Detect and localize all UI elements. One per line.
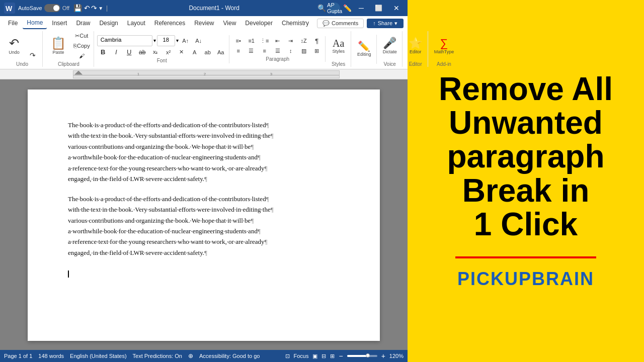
user-name[interactable]: AP Gupta xyxy=(329,3,340,14)
align-right-button[interactable]: ≡ xyxy=(259,46,271,55)
font-name-arrow[interactable]: ▾ xyxy=(153,38,156,43)
text-predictions[interactable]: Text Predictions: On xyxy=(133,353,182,359)
ribbon-icon[interactable]: ✏️ xyxy=(343,4,352,12)
font-size-input[interactable]: 18 xyxy=(157,35,175,46)
menu-layout[interactable]: Layout xyxy=(123,18,149,29)
editor-button[interactable]: ⭐ Editor xyxy=(406,31,426,60)
font-color-button[interactable]: A xyxy=(189,48,201,57)
menu-references[interactable]: References xyxy=(150,18,189,29)
save-icon[interactable]: 💾 xyxy=(73,4,82,12)
share-button[interactable]: ↑ Share ▾ xyxy=(367,19,404,28)
minimize-button[interactable]: ─ xyxy=(355,3,368,13)
autosave-label: AutoSave xyxy=(18,5,42,11)
undo-icon[interactable]: ↶ xyxy=(84,4,90,12)
font-name-input[interactable]: Cambria xyxy=(97,35,152,46)
editing-icon: ✏️ xyxy=(358,41,370,51)
bold-button[interactable]: B xyxy=(97,48,109,57)
promo-line3: paragraph xyxy=(447,138,605,174)
line-spacing-button[interactable]: ↕ xyxy=(285,46,297,55)
focus-label[interactable]: Focus xyxy=(294,353,309,359)
dictate-group: 🎤 Dictate Voice xyxy=(378,31,403,67)
show-formatting-button[interactable]: ¶ xyxy=(311,36,323,45)
styles-button[interactable]: Aa Styles xyxy=(329,31,349,60)
accessibility-label[interactable]: Accessibility: Good to go xyxy=(199,353,260,359)
menu-file[interactable]: File xyxy=(4,18,22,29)
editing-button[interactable]: ✏️ Editing xyxy=(354,35,374,64)
paste-button[interactable]: 📋 Paste xyxy=(46,31,71,60)
align-left-button[interactable]: ≡ xyxy=(232,46,245,55)
change-case-button[interactable]: Aa xyxy=(215,48,227,57)
word-logo-icon: W xyxy=(4,3,15,14)
paragraph-1[interactable]: The·book·is·a·product·of·the·efforts·and… xyxy=(68,120,340,185)
dictate-button[interactable]: 🎤 Dictate xyxy=(380,31,400,60)
numbering-button[interactable]: ≡1 xyxy=(246,36,258,45)
strikethrough-button[interactable]: ab xyxy=(136,48,148,57)
menu-chemistry[interactable]: Chemistry xyxy=(278,18,313,29)
menu-developer[interactable]: Developer xyxy=(241,18,277,29)
menu-home[interactable]: Home xyxy=(23,17,47,29)
view-read-icon[interactable]: ⊞ xyxy=(330,353,335,359)
mathtype-group: ∑ MathType Add-in xyxy=(429,31,459,67)
cut-button[interactable]: ✂ Cut xyxy=(72,31,92,40)
font-group-label: Font xyxy=(157,58,167,63)
share-icon: ↑ xyxy=(373,20,376,26)
mathtype-button[interactable]: ∑ MathType xyxy=(431,31,457,60)
subscript-button[interactable]: x₂ xyxy=(149,48,162,57)
increase-font-button[interactable]: A↑ xyxy=(180,36,192,45)
styles-group: Aa Styles Styles xyxy=(327,31,351,67)
border-button[interactable]: ⊞ xyxy=(311,46,323,55)
paragraph-2[interactable]: The·book·is·a·product·of·the·efforts·and… xyxy=(68,194,340,269)
page-info[interactable]: Page 1 of 1 xyxy=(4,353,32,359)
menu-draw[interactable]: Draw xyxy=(72,18,94,29)
shading-button[interactable]: ▨ xyxy=(298,46,310,55)
editor-group: ⭐ Editor Editor xyxy=(404,31,428,67)
superscript-button[interactable]: x² xyxy=(163,48,175,57)
styles-group-label: Styles xyxy=(332,61,345,67)
language[interactable]: English (United States) xyxy=(70,353,127,359)
close-button[interactable]: ✕ xyxy=(389,3,404,13)
search-icon[interactable]: 🔍 xyxy=(317,4,326,12)
zoom-slider[interactable] xyxy=(347,355,377,357)
undo-button[interactable]: ↶ Undo xyxy=(4,31,24,60)
ribbon-toolbar: ↶ Undo ↷ Undo 📋 Paste xyxy=(0,30,408,69)
increase-indent-button[interactable]: ⇥ xyxy=(285,36,297,45)
word-panel: W AutoSave Off 💾 ↶ ↷ ▼ | Document1 - Wor… xyxy=(0,0,408,362)
multilevel-button[interactable]: ⋮≡ xyxy=(259,36,271,45)
autosave-toggle[interactable] xyxy=(44,4,60,12)
font-size-arrow[interactable]: ▾ xyxy=(176,38,179,43)
view-normal-icon[interactable]: ▣ xyxy=(312,353,317,359)
zoom-out-icon[interactable]: − xyxy=(339,352,343,360)
restore-button[interactable]: ⬜ xyxy=(371,4,386,13)
menu-design[interactable]: Design xyxy=(95,18,122,29)
underline-button[interactable]: U xyxy=(123,48,135,57)
highlight-button[interactable]: ab xyxy=(202,48,214,57)
bullets-button[interactable]: ≡• xyxy=(232,36,245,45)
redo-button[interactable]: ↷ xyxy=(25,50,40,60)
italic-button[interactable]: I xyxy=(110,48,122,57)
zoom-level[interactable]: 120% xyxy=(389,353,404,359)
view-web-icon[interactable]: ⊟ xyxy=(321,353,326,359)
word-count[interactable]: 148 words xyxy=(38,353,64,359)
undo-ribbon-icon: ↶ xyxy=(9,37,19,49)
zoom-in-icon[interactable]: + xyxy=(381,352,385,360)
repeat-icon[interactable]: ↷ xyxy=(91,4,97,12)
font-group: Cambria ▾ 18 ▾ A↑ A↓ B I U ab x₂ x² xyxy=(95,35,229,63)
justify-button[interactable]: ☰ xyxy=(272,46,284,55)
sort-button[interactable]: ↕Z xyxy=(298,36,310,45)
format-painter-button[interactable]: 🖌 xyxy=(72,51,92,60)
menu-insert[interactable]: Insert xyxy=(48,18,71,29)
copy-button[interactable]: ⎘ Copy xyxy=(72,41,92,50)
center-button[interactable]: ☰ xyxy=(246,46,258,55)
share-chevron-icon: ▾ xyxy=(394,20,397,27)
clear-format-button[interactable]: ✕ xyxy=(176,48,188,57)
menu-view[interactable]: View xyxy=(219,18,240,29)
decrease-indent-button[interactable]: ⇤ xyxy=(272,36,284,45)
comment-icon: 💬 xyxy=(323,20,330,27)
document-page[interactable]: The·book·is·a·product·of·the·efforts·and… xyxy=(28,89,380,341)
decrease-font-button[interactable]: A↓ xyxy=(193,36,205,45)
focus-icon: ⊡ xyxy=(285,353,290,359)
customize-icon[interactable]: ▼ xyxy=(98,6,103,11)
cut-icon: ✂ xyxy=(75,33,79,39)
menu-review[interactable]: Review xyxy=(190,18,218,29)
comments-button[interactable]: 💬 Comments xyxy=(317,19,364,28)
